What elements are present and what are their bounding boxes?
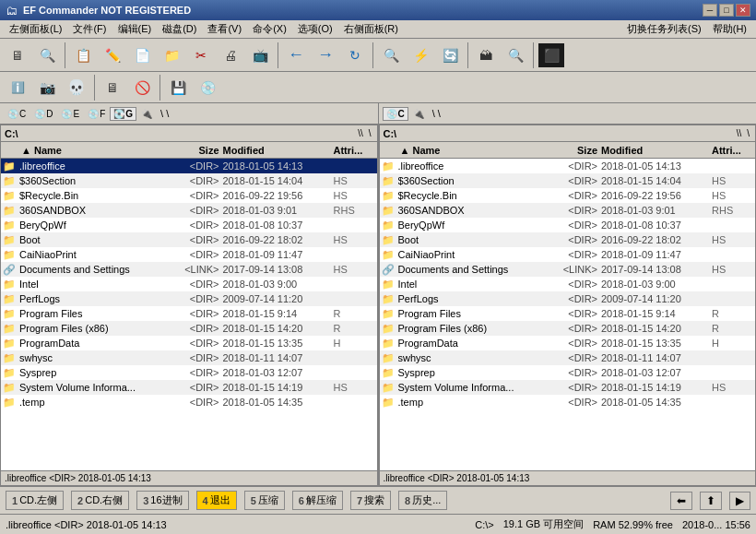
- tb-print-button[interactable]: 🖨: [217, 42, 244, 68]
- menu-view[interactable]: 查看(V): [202, 21, 247, 37]
- file-row[interactable]: 📁360SANDBOX<DIR>2018-01-03 9:01RHS: [1, 203, 377, 218]
- right-panel-path[interactable]: C:\: [384, 128, 397, 139]
- right-nav-up[interactable]: \\: [735, 128, 744, 138]
- file-row[interactable]: 📁Program Files<DIR>2018-01-15 9:14R: [1, 306, 377, 321]
- tb-back-button[interactable]: ←: [282, 42, 310, 68]
- file-row[interactable]: 📁CaiNiaoPrint<DIR>2018-01-09 11:47: [1, 247, 377, 262]
- file-row[interactable]: 📁swhysc<DIR>2018-01-11 14:07: [1, 350, 377, 365]
- menu-disk[interactable]: 磁盘(D): [157, 21, 202, 37]
- left-col-attr[interactable]: Attri...: [334, 145, 375, 156]
- tb2-monitor-button[interactable]: 🖥: [99, 75, 126, 101]
- file-row[interactable]: 📁.temp<DIR>2018-01-05 14:35: [1, 395, 377, 409]
- file-row[interactable]: 📁Program Files (x86)<DIR>2018-01-15 14:2…: [380, 321, 756, 336]
- maximize-button[interactable]: □: [719, 4, 734, 17]
- tb-edit-button[interactable]: ✏️: [99, 42, 126, 68]
- file-row[interactable]: 📁360SANDBOX<DIR>2018-01-03 9:01RHS: [380, 203, 756, 218]
- right-col-attr[interactable]: Attri...: [712, 145, 753, 156]
- tb-fast-button[interactable]: ⚡: [407, 42, 434, 68]
- left-nav-up[interactable]: \\: [356, 128, 365, 138]
- file-row[interactable]: 📁CaiNiaoPrint<DIR>2018-01-09 11:47: [380, 247, 756, 262]
- file-row[interactable]: 📁Sysprep<DIR>2018-01-03 12:07: [380, 365, 756, 380]
- tb-search-button[interactable]: 🔍: [33, 42, 61, 68]
- file-row[interactable]: 📁System Volume Informa...<DIR>2018-01-15…: [1, 380, 377, 395]
- menu-left-panel[interactable]: 左侧面板(L): [4, 21, 67, 37]
- tb-screen-button[interactable]: 📺: [246, 42, 274, 68]
- menu-options[interactable]: 选项(O): [292, 21, 338, 37]
- tb-zoom-button[interactable]: 🔍: [502, 42, 529, 68]
- tb2-drive-button[interactable]: 💾: [164, 75, 192, 101]
- tb-forward-button[interactable]: →: [312, 42, 339, 68]
- btn-cd-right[interactable]: 2 CD.右侧: [71, 491, 129, 510]
- file-row[interactable]: 📁Boot<DIR>2016-09-22 18:02HS: [1, 232, 377, 247]
- minimize-button[interactable]: ─: [703, 4, 717, 17]
- tb-view-button[interactable]: 📋: [69, 42, 97, 68]
- file-row[interactable]: 📁Program Files (x86)<DIR>2018-01-15 14:2…: [1, 321, 377, 336]
- file-row[interactable]: 📁$Recycle.Bin<DIR>2016-09-22 19:56HS: [1, 188, 377, 203]
- left-drive-g[interactable]: 💽G: [110, 107, 136, 121]
- left-drive-d[interactable]: 💿D: [30, 107, 56, 121]
- btn-extra1[interactable]: ⬅: [670, 492, 692, 510]
- left-col-modified[interactable]: Modified: [223, 145, 334, 156]
- file-row[interactable]: 📁ProgramData<DIR>2018-01-15 13:35H: [1, 336, 377, 350]
- right-nav-root[interactable]: \: [745, 128, 751, 138]
- menu-help[interactable]: 帮助(H): [707, 21, 752, 37]
- btn-history[interactable]: 8 历史...: [398, 491, 447, 510]
- right-drive-c[interactable]: 💿C: [383, 107, 408, 121]
- menu-file[interactable]: 文件(F): [67, 21, 112, 37]
- file-row[interactable]: 📁Intel<DIR>2018-01-03 9:00: [1, 277, 377, 291]
- btn-exit[interactable]: 4 退出: [196, 491, 237, 510]
- btn-compress[interactable]: 5 压缩: [244, 491, 285, 510]
- menu-command[interactable]: 命令(X): [247, 21, 292, 37]
- close-button[interactable]: ✕: [736, 4, 750, 17]
- tb2-skull-button[interactable]: 💀: [63, 75, 90, 101]
- left-panel-path[interactable]: C:\: [5, 128, 18, 139]
- tb2-info-button[interactable]: ℹ️: [4, 75, 31, 101]
- btn-extra2[interactable]: ⬆: [700, 492, 722, 510]
- right-col-size[interactable]: Size: [550, 145, 601, 156]
- tb-sync-button[interactable]: 🔄: [436, 42, 464, 68]
- tb2-camera-button[interactable]: 📷: [33, 75, 61, 101]
- left-drive-f[interactable]: 💿F: [84, 107, 109, 121]
- btn-hex[interactable]: 3 16进制: [136, 491, 188, 510]
- file-row[interactable]: 📁PerfLogs<DIR>2009-07-14 11:20: [1, 291, 377, 306]
- tb2-block-button[interactable]: 🚫: [128, 75, 156, 101]
- menu-right-panel[interactable]: 右侧面板(R): [338, 21, 404, 37]
- btn-search[interactable]: 7 搜索: [350, 491, 391, 510]
- left-drive-net[interactable]: 🔌: [137, 107, 156, 121]
- file-row[interactable]: 📁PerfLogs<DIR>2009-07-14 11:20: [380, 291, 756, 306]
- file-row[interactable]: 📁.libreoffice<DIR>2018-01-05 14:13: [1, 159, 377, 173]
- right-col-modified[interactable]: Modified: [601, 145, 712, 156]
- file-row[interactable]: 📁swhysc<DIR>2018-01-11 14:07: [380, 350, 756, 365]
- file-row[interactable]: 📁BeryQpWf<DIR>2018-01-08 10:37: [380, 218, 756, 232]
- tb-drives-button[interactable]: 🖥: [4, 42, 31, 68]
- right-drive-net[interactable]: 🔌: [409, 107, 428, 121]
- file-row[interactable]: 🔗Documents and Settings<LINK>2017-09-14 …: [1, 262, 377, 277]
- file-row[interactable]: 📁Sysprep<DIR>2018-01-03 12:07: [1, 365, 377, 380]
- file-row[interactable]: 📁.libreoffice<DIR>2018-01-05 14:13: [380, 159, 756, 173]
- btn-extra3[interactable]: ▶: [729, 492, 750, 510]
- file-row[interactable]: 📁$Recycle.Bin<DIR>2016-09-22 19:56HS: [380, 188, 756, 203]
- left-col-name[interactable]: ▲ Name: [18, 145, 172, 156]
- tb-delete-button[interactable]: ✂: [187, 42, 215, 68]
- file-row[interactable]: 📁Boot<DIR>2016-09-22 18:02HS: [380, 232, 756, 247]
- file-row[interactable]: 📁ProgramData<DIR>2018-01-15 13:35H: [380, 336, 756, 350]
- menu-task-list[interactable]: 切换任务列表(S): [621, 21, 707, 37]
- btn-decompress[interactable]: 6 解压缩: [292, 491, 343, 510]
- file-row[interactable]: 📁$360Section<DIR>2018-01-15 14:04HS: [380, 173, 756, 188]
- left-nav-root[interactable]: \: [367, 128, 373, 138]
- file-row[interactable]: 📁Program Files<DIR>2018-01-15 9:14R: [380, 306, 756, 321]
- file-row[interactable]: 📁System Volume Informa...<DIR>2018-01-15…: [380, 380, 756, 395]
- file-row[interactable]: 🔗Documents and Settings<LINK>2017-09-14 …: [380, 262, 756, 277]
- right-col-name[interactable]: ▲ Name: [396, 145, 551, 156]
- tb-refresh-button[interactable]: ↻: [341, 42, 369, 68]
- tb-copy-button[interactable]: 📄: [128, 42, 156, 68]
- btn-cd-left[interactable]: 1 CD.左侧: [6, 491, 64, 510]
- file-row[interactable]: 📁Intel<DIR>2018-01-03 9:00: [380, 277, 756, 291]
- tb-move-button[interactable]: 📁: [158, 42, 185, 68]
- tb2-cd-button[interactable]: 💿: [194, 75, 221, 101]
- file-row[interactable]: 📁BeryQpWf<DIR>2018-01-08 10:37: [1, 218, 377, 232]
- tb-terminal-button[interactable]: ⬛: [537, 42, 565, 68]
- file-row[interactable]: 📁.temp<DIR>2018-01-05 14:35: [380, 395, 756, 409]
- menu-edit[interactable]: 编辑(E): [112, 21, 158, 37]
- left-col-size[interactable]: Size: [172, 145, 223, 156]
